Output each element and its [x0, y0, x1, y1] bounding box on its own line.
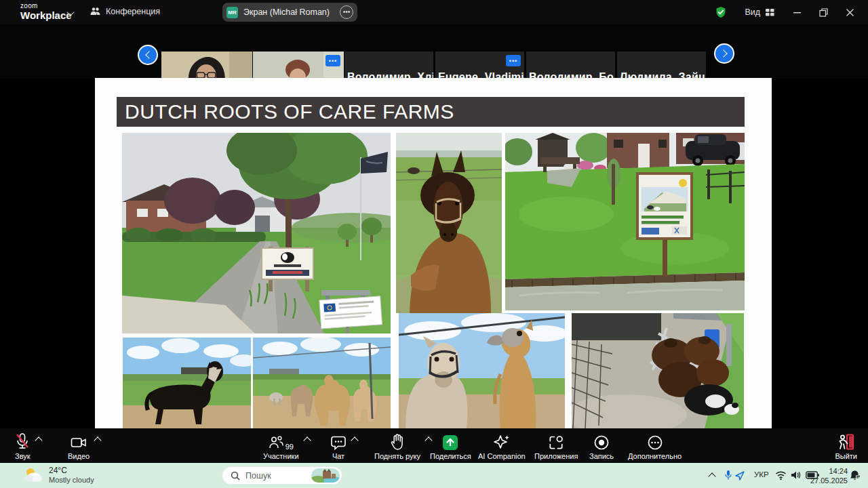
weather-temp: 24°C — [49, 466, 94, 476]
tray-time: 14:24 — [810, 466, 848, 476]
chat-button[interactable]: Чат — [330, 432, 347, 460]
search-highlight-image[interactable] — [311, 468, 340, 483]
screen-share-tab[interactable]: MR Экран (Michał Roman) ••• — [222, 3, 357, 22]
photo-two-camels-closeup — [399, 313, 565, 428]
strip-next-button[interactable] — [714, 43, 734, 64]
photo-brown-sheep-at-gate — [572, 313, 744, 428]
raise-hand-button[interactable]: Поднять руку — [374, 432, 420, 460]
window-controls: Вид — [715, 0, 854, 24]
chat-bubble-icon — [330, 434, 347, 451]
chat-options-chevron[interactable] — [351, 436, 358, 444]
meeting-tab[interactable]: Конференция — [90, 6, 160, 17]
zoom-meeting-window: zoom Workplace Конференция MR Экран (Mic… — [0, 0, 868, 488]
weather-icon — [23, 466, 43, 484]
tab-more-options-icon[interactable]: ••• — [340, 5, 353, 19]
muted-mic-icon — [15, 432, 30, 451]
taskbar-search[interactable]: Пошук — [222, 466, 342, 485]
participants-icon — [269, 434, 283, 451]
tray-language[interactable]: УКР — [754, 470, 769, 479]
share-screen-button[interactable]: Поделиться — [430, 432, 471, 460]
photo-black-horse-pasture — [123, 338, 251, 428]
more-ellipsis-icon — [647, 434, 663, 451]
minimize-icon[interactable] — [793, 8, 802, 17]
tray-location-icon[interactable] — [735, 471, 745, 481]
brand-zoom: zoom — [20, 3, 72, 9]
share-screen-icon — [442, 434, 458, 451]
tray-volume-icon[interactable] — [791, 470, 802, 480]
shared-screen-presentation: DUTCH ROOTS OF CARE FARMS — [95, 78, 772, 428]
screen-tab-label: Экран (Michał Roman) — [243, 7, 330, 17]
apps-button[interactable]: Приложения — [534, 432, 578, 460]
audio-button[interactable]: Звук — [15, 432, 31, 460]
camera-icon — [71, 434, 87, 451]
security-shield-icon[interactable] — [715, 6, 727, 18]
participants-count: 99 — [285, 443, 294, 451]
view-grid-icon — [765, 8, 775, 17]
strip-prev-button[interactable] — [138, 45, 158, 65]
leave-button[interactable]: Выйти — [835, 432, 857, 460]
meeting-people-icon — [90, 6, 101, 17]
tray-clock[interactable]: 14:24 27.05.2025 — [810, 466, 848, 486]
tray-notification-bell-icon[interactable] — [849, 470, 861, 481]
video-button[interactable]: Видео — [68, 432, 90, 460]
photo-care-farm-sign-lawn — [505, 133, 745, 310]
brand-workplace: Workplace — [20, 10, 72, 20]
close-icon[interactable] — [846, 8, 854, 17]
audio-options-chevron[interactable] — [35, 436, 42, 444]
zoom-workplace-logo[interactable]: zoom Workplace — [20, 3, 72, 20]
search-placeholder: Пошук — [245, 471, 306, 481]
apps-icon — [548, 434, 564, 451]
participants-filmstrip: Вікторія Нехай, д.е.н., ... ••• — [0, 24, 868, 79]
participants-button[interactable]: 99 Участники — [263, 432, 299, 460]
tile-more-options-icon[interactable]: ••• — [506, 55, 521, 66]
tile-more-options-icon[interactable]: ••• — [326, 55, 340, 66]
tray-wifi-icon[interactable] — [775, 470, 787, 480]
ai-sparkle-icon — [493, 434, 511, 451]
restore-icon[interactable] — [819, 8, 828, 17]
ai-companion-button[interactable]: AI Companion — [478, 432, 526, 460]
slide-title-bar: DUTCH ROOTS OF CARE FARMS — [117, 97, 745, 127]
meeting-tab-label: Конференция — [106, 7, 160, 16]
raised-hand-icon — [390, 433, 405, 451]
slide-title: DUTCH ROOTS OF CARE FARMS — [117, 100, 454, 123]
tray-overflow-chevron[interactable] — [708, 472, 715, 480]
more-button[interactable]: Дополнительно — [628, 432, 682, 460]
view-label: Вид — [745, 7, 760, 17]
taskbar-weather-widget[interactable]: 24°C Mostly cloudy — [23, 466, 94, 485]
record-icon — [593, 434, 610, 451]
search-icon — [231, 471, 240, 481]
leave-meeting-icon — [837, 433, 855, 451]
view-button[interactable]: Вид — [745, 7, 775, 17]
windows-taskbar: 24°C Mostly cloudy Пошук — [0, 463, 868, 488]
tray-date: 27.05.2025 — [810, 476, 848, 485]
photo-camel-herd — [253, 338, 391, 428]
window-titlebar: zoom Workplace Конференция MR Экран (Mic… — [0, 0, 868, 24]
photo-brown-foal — [396, 133, 502, 313]
record-button[interactable]: Запись — [589, 432, 614, 460]
tray-mic-in-use-icon[interactable] — [724, 470, 732, 481]
avatar: MR — [226, 7, 238, 18]
participants-options-chevron[interactable] — [303, 436, 311, 444]
video-options-chevron[interactable] — [94, 436, 101, 444]
weather-condition: Mostly cloudy — [49, 476, 94, 485]
zoom-toolbar: Звук Видео — [0, 428, 868, 463]
photo-farm-entrance-driveway — [122, 133, 391, 333]
